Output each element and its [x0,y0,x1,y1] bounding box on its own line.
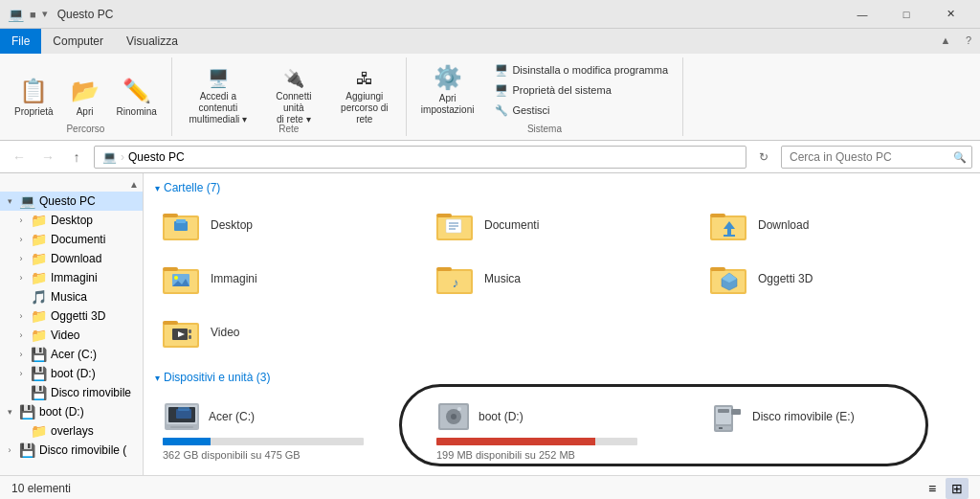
svg-rect-18 [163,267,178,271]
sidebar-item-overlays[interactable]: 📁 overlays [0,421,143,441]
qat-dropdown[interactable]: ▾ [42,8,48,20]
close-button[interactable]: ✕ [928,0,972,29]
disinstalla-icon: 🖥️ [495,64,508,77]
refresh-button[interactable]: ↻ [752,146,775,169]
gestisci-icon: 🔧 [495,104,508,117]
tab-visualizza[interactable]: Visualizza [115,29,189,54]
sidebar-item-boot-d-2[interactable]: ▾ 💾 boot (D:) [0,402,143,421]
tab-file[interactable]: File [0,29,41,54]
accedi-multimedia-label: Accedi a contenutimultimediali ▾ [187,91,250,125]
chevron-desktop: › [15,215,27,226]
item-count: 10 elementi [11,482,71,495]
device-disco-rimovibile-e[interactable]: Disco rimovibile (E:) [702,392,969,468]
svg-rect-6 [436,214,452,217]
label-acer-c: Acer (C:) [51,348,97,361]
device-boot-d[interactable]: boot (D:) 199 MB disponibili su 252 MB [429,392,695,468]
sidebar-item-video[interactable]: › 📁 Video [0,326,143,345]
device-acer-c-label: Acer (C:) [209,410,255,423]
label-boot-d-2: boot (D:) [39,405,84,419]
proprieta-button[interactable]: 📋 Proprietà [8,73,60,122]
device-acer-c-progress-container [163,438,364,445]
sidebar-item-download[interactable]: › 📁 Download [0,249,143,268]
label-questo-pc: Questo PC [39,194,96,208]
svg-rect-1 [163,214,178,217]
folder-video[interactable]: Video [155,309,421,355]
ribbon-group-sistema: ⚙️ Apriimpostazioni 🖥️ Disinstalla o mod… [407,57,683,136]
folders-section-header[interactable]: Cartelle (7) [155,181,969,194]
devices-section-header[interactable]: Dispositivi e unità (3) [155,371,969,384]
folder-documenti[interactable]: Documenti [429,202,695,248]
device-acer-c[interactable]: Acer (C:) 362 GB disponibili su 475 GB [155,392,421,468]
icon-questo-pc: 💻 [19,193,35,209]
back-button[interactable]: ← [8,146,31,169]
maximize-button[interactable]: □ [884,0,928,29]
device-acer-c-header: Acer (C:) [163,399,255,434]
folder-immagini[interactable]: Immagini [155,256,421,302]
status-bar: 10 elementi ≡ ⊞ [0,475,980,499]
folder-musica[interactable]: ♪ Musica [429,256,695,302]
sidebar-item-disco-rimovibile[interactable]: 💾 Disco rimovibile [0,383,143,402]
chevron-boot-d: › [15,368,27,379]
proprieta-sistema-icon: 🖥️ [495,84,508,97]
title-bar-left: 💻 ■ ▾ Questo PC [8,7,113,22]
gestisci-button[interactable]: 🔧 Gestisci [488,102,675,120]
sidebar-item-disco-rimovibile-2[interactable]: › 💾 Disco rimovibile ( [0,441,143,460]
folder-desktop[interactable]: Desktop [155,202,421,248]
sidebar-item-questo-pc[interactable]: ▾ 💻 Questo PC [0,192,143,211]
sidebar-item-oggetti-3d[interactable]: › 📁 Oggetti 3D [0,306,143,326]
minimize-button[interactable]: — [840,0,884,29]
sidebar-item-documenti[interactable]: › 📁 Documenti [0,230,143,249]
aggiungi-percorso-button[interactable]: 🖧 Aggiungipercorso di rete [331,64,398,130]
disinstalla-label: Disinstalla o modifica programma [512,64,668,76]
svg-point-22 [174,276,178,280]
address-bar: ← → ↑ 💻 › Questo PC ↻ [0,141,980,173]
chevron-immagini: › [15,272,27,284]
label-desktop: Desktop [51,214,93,227]
icon-disco-rimovibile: 💾 [31,385,47,400]
ribbon-collapse[interactable]: ▲ [934,29,957,52]
sidebar-item-acer-c[interactable]: › 💾 Acer (C:) [0,345,143,364]
device-disco-rimovibile-e-header: Disco rimovibile (E:) [710,399,855,434]
accedi-multimedia-button[interactable]: 🖥️ Accedi a contenutimultimediali ▾ [180,63,256,130]
tab-computer[interactable]: Computer [41,29,115,54]
forward-button[interactable]: → [36,146,59,169]
sidebar-item-musica[interactable]: 🎵 Musica [0,287,143,306]
svg-point-49 [457,407,461,411]
icon-download: 📁 [31,251,47,266]
proprieta-sistema-button[interactable]: 🖥️ Proprietà del sistema [488,81,675,100]
svg-rect-33 [163,321,178,325]
address-path[interactable]: 💻 › Questo PC [94,146,746,169]
ribbon-help[interactable]: ? [957,29,980,52]
disinstalla-button[interactable]: 🖥️ Disinstalla o modifica programma [488,61,675,79]
up-button[interactable]: ↑ [65,146,88,169]
icon-acer-c: 💾 [31,347,47,362]
rinomina-button[interactable]: ✏️ Rinomina [110,73,164,122]
sidebar-item-immagini[interactable]: › 📁 Immagini [0,268,143,287]
device-disco-rimovibile-e-label: Disco rimovibile (E:) [752,410,855,423]
icon-boot-d: 💾 [31,366,47,381]
list-view-button[interactable]: ≡ [921,478,944,499]
connetti-unita-button[interactable]: 🔌 Connetti unitàdi rete ▾ [260,63,327,130]
tiles-view-button[interactable]: ⊞ [946,478,969,499]
title-bar-title: Questo PC [57,8,114,21]
breadcrumb-questo-pc: Questo PC [128,150,185,164]
qat-save[interactable]: ■ [30,9,36,20]
apri-button[interactable]: 📂 Apri [64,73,106,122]
chevron-questo-pc: ▾ [4,195,15,207]
apri-impostazioni-button[interactable]: ⚙️ Apriimpostazioni [414,59,481,121]
sidebar-item-desktop[interactable]: › 📁 Desktop [0,211,143,230]
label-documenti: Documenti [51,233,105,246]
search-input[interactable] [781,146,972,169]
folder-download[interactable]: Download [702,202,969,248]
folder-desktop-label: Desktop [211,218,253,232]
label-boot-d: boot (D:) [51,367,96,380]
folder-oggetti-3d-icon [710,261,748,296]
chevron-musica [15,291,27,303]
folder-oggetti-3d[interactable]: Oggetti 3D [702,256,969,302]
sidebar-scroll-up[interactable]: ▲ [0,177,143,192]
sidebar-item-boot-d[interactable]: › 💾 boot (D:) [0,364,143,383]
chevron-documenti: › [15,234,27,245]
folder-download-label: Download [758,218,809,232]
title-bar: 💻 ■ ▾ Questo PC — □ ✕ [0,0,980,29]
label-immagini: Immagini [51,271,98,284]
